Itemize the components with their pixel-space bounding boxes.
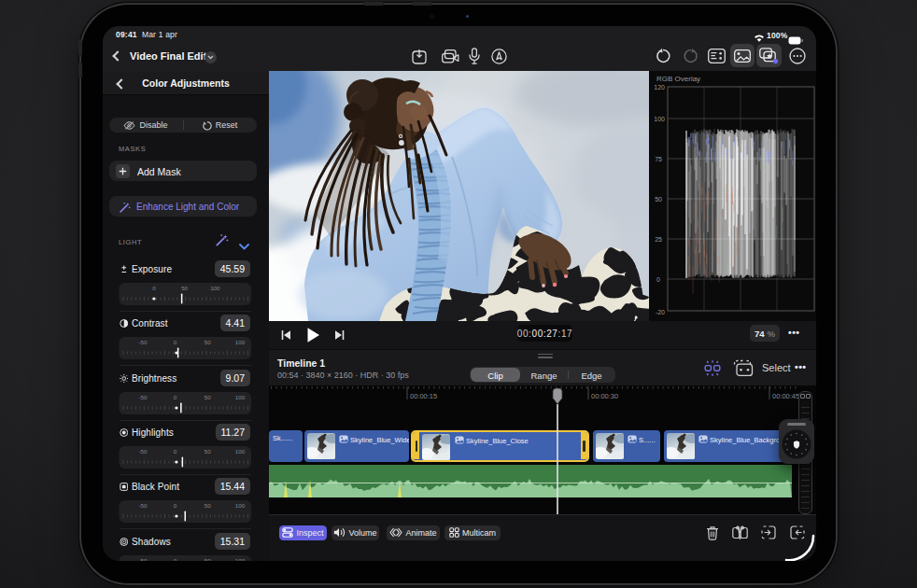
svg-text:-50: -50 xyxy=(138,502,148,509)
svg-text:100: 100 xyxy=(235,502,246,509)
svg-text:-50: -50 xyxy=(138,448,148,455)
svg-text:100: 100 xyxy=(210,285,220,291)
svg-text:0: 0 xyxy=(174,394,177,400)
svg-text:00:00:45: 00:00:45 xyxy=(772,392,799,400)
svg-text:0: 0 xyxy=(656,276,660,283)
svg-text:50: 50 xyxy=(205,394,211,400)
svg-text:0: 0 xyxy=(174,339,177,345)
svg-text:100: 100 xyxy=(235,339,246,345)
svg-text:120: 120 xyxy=(654,84,665,91)
svg-text:-50: -50 xyxy=(138,394,148,400)
svg-text:50: 50 xyxy=(181,285,188,291)
svg-text:50: 50 xyxy=(205,502,211,509)
svg-text:50: 50 xyxy=(205,339,211,345)
svg-text:50: 50 xyxy=(205,557,211,562)
svg-text:50: 50 xyxy=(655,196,662,203)
svg-text:100: 100 xyxy=(235,448,246,455)
svg-text:0: 0 xyxy=(174,557,177,562)
svg-text:100: 100 xyxy=(235,394,246,400)
svg-text:00:00:15: 00:00:15 xyxy=(410,392,437,400)
svg-text:-50: -50 xyxy=(138,339,148,345)
svg-text:75: 75 xyxy=(655,156,662,162)
svg-text:25: 25 xyxy=(655,236,662,243)
svg-text:-50: -50 xyxy=(138,557,148,562)
svg-text:00:00:30: 00:00:30 xyxy=(591,392,618,400)
svg-text:100: 100 xyxy=(654,116,665,122)
svg-text:50: 50 xyxy=(205,448,211,455)
svg-text:0: 0 xyxy=(152,285,156,291)
svg-text:0: 0 xyxy=(174,448,177,455)
svg-text:-20: -20 xyxy=(656,309,665,315)
svg-text:RGB Overlay: RGB Overlay xyxy=(656,75,700,83)
svg-text:100: 100 xyxy=(235,557,246,562)
svg-text:0: 0 xyxy=(174,502,177,509)
